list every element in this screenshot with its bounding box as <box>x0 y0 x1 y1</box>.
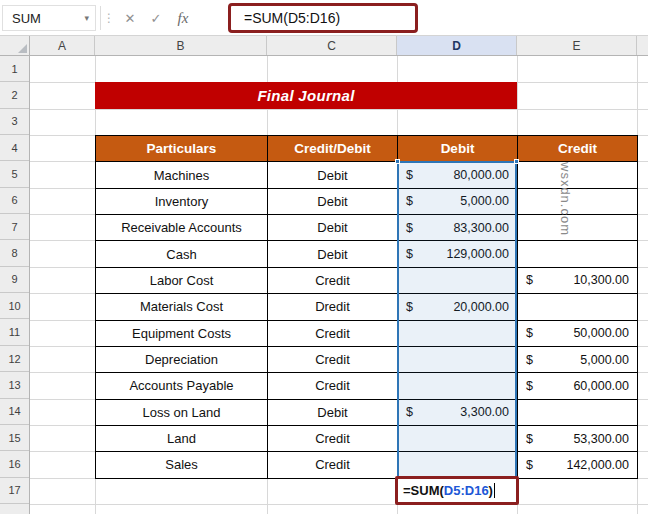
amount: 5,000.00 <box>460 194 509 208</box>
row-header-8[interactable]: 8 <box>0 240 29 266</box>
cell-debit[interactable]: $129,000.00 <box>398 241 518 267</box>
cell-debit[interactable] <box>398 373 518 399</box>
cell-credit[interactable]: $60,000.00 <box>518 373 638 399</box>
currency-symbol: $ <box>406 221 413 235</box>
column-header-E[interactable]: E <box>517 36 637 55</box>
row-header-1[interactable]: 1 <box>0 56 29 82</box>
cell-particulars[interactable]: Equipment Costs <box>96 321 268 347</box>
cell-entry-type[interactable]: Credit <box>268 452 398 478</box>
cell-credit[interactable] <box>518 189 638 215</box>
watermark: wsxdn.com <box>558 162 573 236</box>
cell-entry-type[interactable]: Debit <box>268 189 398 215</box>
cell-particulars[interactable]: Inventory <box>96 189 268 215</box>
cell-credit[interactable]: $5,000.00 <box>518 347 638 373</box>
cell-debit[interactable]: $80,000.00 <box>398 162 518 188</box>
cell-entry-type[interactable]: Debit <box>268 400 398 426</box>
cell-particulars[interactable]: Depreciation <box>96 347 268 373</box>
row-header-6[interactable]: 6 <box>0 188 29 214</box>
cell-entry-type[interactable]: Debit <box>268 215 398 241</box>
cell-entry-type[interactable]: Credit <box>268 373 398 399</box>
row-header-11[interactable]: 11 <box>0 320 29 346</box>
cell-credit[interactable]: $53,300.00 <box>518 426 638 452</box>
row-header-5[interactable]: 5 <box>0 161 29 187</box>
cell-debit[interactable] <box>398 347 518 373</box>
select-all-triangle-icon <box>18 44 27 53</box>
row-header-14[interactable]: 14 <box>0 399 29 425</box>
currency-symbol: $ <box>526 458 533 472</box>
chevron-down-icon[interactable]: ▾ <box>84 13 95 23</box>
title-banner-cell[interactable]: Final Journal <box>95 82 517 108</box>
row-header-17[interactable]: 17 <box>0 478 29 504</box>
cell-particulars[interactable]: Labor Cost <box>96 268 268 294</box>
cell-particulars[interactable]: Machines <box>96 162 268 188</box>
row-header-7[interactable]: 7 <box>0 214 29 240</box>
row-header-4[interactable]: 4 <box>0 135 29 161</box>
cell-credit[interactable] <box>518 294 638 320</box>
cancel-icon[interactable]: ✕ <box>118 5 142 31</box>
enter-icon[interactable]: ✓ <box>144 5 168 31</box>
cell-particulars[interactable]: Cash <box>96 241 268 267</box>
table-header-credit[interactable]: Credit <box>518 136 638 162</box>
table-header-particulars[interactable]: Particulars <box>96 136 268 162</box>
cell-entry-type[interactable]: Credit <box>268 321 398 347</box>
column-headers: ABCDE <box>30 36 648 56</box>
select-all-corner[interactable] <box>0 36 30 56</box>
cell-credit[interactable] <box>518 162 638 188</box>
amount: 83,300.00 <box>453 221 509 235</box>
name-box[interactable]: SUM ▾ <box>2 5 96 31</box>
cell-entry-type[interactable]: Credit <box>268 426 398 452</box>
formula-bar-separator <box>100 6 101 30</box>
cell-particulars[interactable]: Loss on Land <box>96 400 268 426</box>
currency-symbol: $ <box>526 353 533 367</box>
cell-debit[interactable]: $83,300.00 <box>398 215 518 241</box>
cell-entry-type[interactable]: Debit <box>268 162 398 188</box>
row-header-3[interactable]: 3 <box>0 109 29 135</box>
formula-input[interactable]: =SUM(D5:D16) <box>228 3 418 33</box>
cell-credit[interactable]: $142,000.00 <box>518 452 638 478</box>
cell-particulars[interactable]: Receivable Accounts <box>96 215 268 241</box>
row-header-15[interactable]: 15 <box>0 425 29 451</box>
column-header-A[interactable]: A <box>30 36 95 55</box>
active-cell-formula-editor[interactable]: =SUM(D5:D16) <box>395 476 519 505</box>
cell-particulars[interactable]: Accounts Payable <box>96 373 268 399</box>
cell-credit[interactable]: $50,000.00 <box>518 321 638 347</box>
insert-function-icon[interactable]: fx <box>170 5 196 31</box>
row-header-12[interactable]: 12 <box>0 346 29 372</box>
excel-window: SUM ▾ ⋮ ✕ ✓ fx =SUM(D5:D16) ABCDE 123456… <box>0 0 648 514</box>
row-header-9[interactable]: 9 <box>0 267 29 293</box>
formula-prefix: =SUM( <box>403 483 444 498</box>
table-header-credit-debit[interactable]: Credit/Debit <box>268 136 398 162</box>
cell-entry-type[interactable]: Credit <box>268 347 398 373</box>
cell-debit[interactable] <box>398 321 518 347</box>
cell-credit[interactable]: $10,300.00 <box>518 268 638 294</box>
row-header-10[interactable]: 10 <box>0 293 29 319</box>
cell-debit[interactable] <box>398 426 518 452</box>
cell-debit[interactable]: $3,300.00 <box>398 400 518 426</box>
row-header-2[interactable]: 2 <box>0 82 29 108</box>
cell-debit[interactable] <box>398 452 518 478</box>
table-header-debit[interactable]: Debit <box>398 136 518 162</box>
row-header-13[interactable]: 13 <box>0 372 29 398</box>
amount: 5,000.00 <box>580 353 629 367</box>
cell-particulars[interactable]: Land <box>96 426 268 452</box>
cell-credit[interactable] <box>518 400 638 426</box>
amount: 142,000.00 <box>566 458 629 472</box>
currency-symbol: $ <box>406 168 413 182</box>
cell-entry-type[interactable]: Credit <box>268 268 398 294</box>
cell-debit[interactable]: $20,000.00 <box>398 294 518 320</box>
column-header-C[interactable]: C <box>267 36 397 55</box>
cell-entry-type[interactable]: Dredit <box>268 294 398 320</box>
column-header-B[interactable]: B <box>95 36 267 55</box>
row-header-16[interactable]: 16 <box>0 451 29 477</box>
cell-debit[interactable]: $5,000.00 <box>398 189 518 215</box>
text-caret <box>494 483 496 498</box>
cell-credit[interactable] <box>518 241 638 267</box>
amount: 3,300.00 <box>460 405 509 419</box>
cell-debit[interactable] <box>398 268 518 294</box>
cell-entry-type[interactable]: Debit <box>268 241 398 267</box>
name-box-value: SUM <box>3 11 84 26</box>
column-header-D[interactable]: D <box>397 36 517 55</box>
cell-credit[interactable] <box>518 215 638 241</box>
cell-particulars[interactable]: Materials Cost <box>96 294 268 320</box>
cell-particulars[interactable]: Sales <box>96 452 268 478</box>
